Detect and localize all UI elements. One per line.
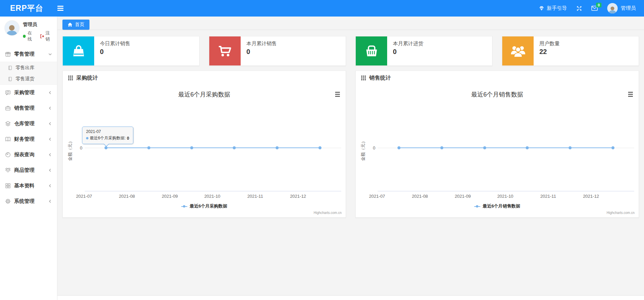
retail-submenu: 零售出库 零售退货 xyxy=(0,62,57,85)
brand-title: ERP平台 xyxy=(0,3,43,13)
tab-home-label: 首页 xyxy=(75,22,84,28)
legend-item[interactable]: 最近6个月销售数据 xyxy=(356,203,639,209)
x-axis-line xyxy=(378,191,634,191)
menu-label: 仓库管理 xyxy=(14,120,34,127)
panel-title: 采购统计 xyxy=(76,75,98,82)
sidebar-item-sales[interactable]: 销售管理 xyxy=(0,100,57,116)
x-axis-line xyxy=(85,191,341,191)
legend-label: 最近6个月销售数据 xyxy=(483,203,520,209)
chevron-left-icon xyxy=(48,106,52,110)
stat-label: 本月累计销售 xyxy=(246,40,277,47)
home-icon xyxy=(68,22,73,27)
stat-card-user-count: 用户数量 22 xyxy=(502,36,639,66)
logout-icon xyxy=(40,34,44,38)
menu-label: 零售管理 xyxy=(14,51,34,57)
book-icon xyxy=(5,136,11,142)
menu-label: 系统管理 xyxy=(14,198,34,204)
highcharts-credit[interactable]: Highcharts.com.cn xyxy=(314,211,342,215)
purchase-icon xyxy=(5,90,11,96)
y-axis-tick: 0 xyxy=(76,145,82,151)
user-menu[interactable]: 管理员 xyxy=(607,3,636,13)
guide-button[interactable]: 新手引导 xyxy=(539,5,567,11)
grid-icon xyxy=(5,183,11,189)
hamburger-menu-icon[interactable] xyxy=(57,6,63,11)
stat-card-month-purchase: 本月累计进货 0 xyxy=(355,36,492,66)
x-tick-label: 2021-07 xyxy=(362,194,392,199)
cart-icon xyxy=(209,36,241,65)
sidebar-item-basic-data[interactable]: 基本资料 xyxy=(0,178,57,193)
sidebar-item-warehouse[interactable]: 仓库管理 xyxy=(0,116,57,131)
legend-item[interactable]: 最近6个月采购数据 xyxy=(63,203,346,209)
document-icon xyxy=(8,65,12,70)
x-tick-label: 2021-09 xyxy=(155,194,185,199)
pie-chart-icon xyxy=(5,152,11,158)
chevron-left-icon xyxy=(48,168,52,172)
box-icon xyxy=(5,167,11,173)
series-line xyxy=(378,85,634,191)
highcharts-credit[interactable]: Highcharts.com.cn xyxy=(607,211,635,215)
sidebar-item-system[interactable]: 系统管理 xyxy=(0,193,57,209)
stat-value: 22 xyxy=(539,48,560,56)
submenu-label: 零售出库 xyxy=(16,65,34,71)
menu-label: 商品管理 xyxy=(14,167,34,173)
stat-cards: 今日累计销售 0 本月累计销售 0 本月累计进货 0 xyxy=(62,36,639,66)
tab-bar: 首页 xyxy=(57,17,644,30)
x-tick-label: 2021-11 xyxy=(240,194,270,199)
sidebar-item-purchase[interactable]: 采购管理 xyxy=(0,85,57,100)
sidebar-item-retail[interactable]: 零售管理 xyxy=(0,46,57,62)
diamond-icon xyxy=(539,5,544,11)
tooltip-value: 0 xyxy=(127,136,129,141)
chevron-left-icon xyxy=(48,91,52,94)
sidebar-item-retail-return[interactable]: 零售退货 xyxy=(0,73,57,84)
navbar-username: 管理员 xyxy=(621,5,636,11)
sidebar-item-finance[interactable]: 财务管理 xyxy=(0,131,57,147)
stat-value: 0 xyxy=(100,48,130,56)
footer-bar xyxy=(57,295,644,300)
fullscreen-button[interactable] xyxy=(576,6,582,11)
stat-value: 0 xyxy=(393,48,423,56)
basket-icon xyxy=(356,36,387,65)
chevron-left-icon xyxy=(48,199,52,203)
sales-stats-panel: 销售统计 最近6个月销售数据 金额（元） 0 2021-07 2021-08 2… xyxy=(355,71,639,218)
layers-icon xyxy=(5,121,11,127)
messages-button[interactable]: 0 xyxy=(591,6,598,11)
logout-button[interactable]: 注销 xyxy=(40,30,54,42)
th-grid-icon xyxy=(68,76,73,81)
menu-label: 报表查询 xyxy=(14,152,34,158)
navbar-right: 新手引导 0 管理员 xyxy=(539,3,644,13)
stat-label: 本月累计进货 xyxy=(393,40,423,47)
gift-icon xyxy=(5,51,11,57)
tab-home[interactable]: 首页 xyxy=(62,20,89,30)
chevron-left-icon xyxy=(48,122,52,126)
sidebar-item-reports[interactable]: 报表查询 xyxy=(0,147,57,162)
top-navbar: ERP平台 新手引导 0 xyxy=(0,0,644,17)
tooltip-series-label: 最近6个月采购数据: xyxy=(90,135,126,141)
x-tick-label: 2021-08 xyxy=(405,194,435,199)
stat-card-month-sales: 本月累计销售 0 xyxy=(209,36,346,66)
sidebar-item-retail-outbound[interactable]: 零售出库 xyxy=(0,62,57,73)
purchase-stats-panel: 采购统计 最近6个月采购数据 金额（元） 0 2021-07 2021-08 2… xyxy=(62,71,346,218)
x-tick-label: 2021-11 xyxy=(533,194,563,199)
chevron-left-icon xyxy=(48,184,52,188)
y-axis-title: 金额（元） xyxy=(67,141,73,161)
users-icon xyxy=(502,36,534,65)
chevron-down-icon xyxy=(48,52,52,56)
y-axis-title: 金额（元） xyxy=(360,141,366,161)
x-tick-label: 2021-12 xyxy=(576,194,606,199)
x-tick-label: 2021-08 xyxy=(112,194,142,199)
chevron-left-icon xyxy=(48,153,52,157)
menu-label: 财务管理 xyxy=(14,136,34,142)
stat-value: 0 xyxy=(246,48,277,56)
bag-icon xyxy=(63,36,94,65)
x-tick-label: 2021-10 xyxy=(197,194,227,199)
avatar xyxy=(607,3,618,13)
sidebar-user-block: 管理员 在线 注销 xyxy=(0,17,57,45)
sidebar-item-goods[interactable]: 商品管理 xyxy=(0,162,57,178)
user-avatar xyxy=(4,20,20,36)
chevron-left-icon xyxy=(48,137,52,141)
legend-label: 最近6个月采购数据 xyxy=(190,203,227,209)
document-icon xyxy=(8,77,12,81)
menu-label: 采购管理 xyxy=(14,89,34,96)
sales-chart: 最近6个月销售数据 金额（元） 0 2021-07 2021-08 2021-0… xyxy=(356,85,639,217)
stat-label: 用户数量 xyxy=(539,40,560,47)
